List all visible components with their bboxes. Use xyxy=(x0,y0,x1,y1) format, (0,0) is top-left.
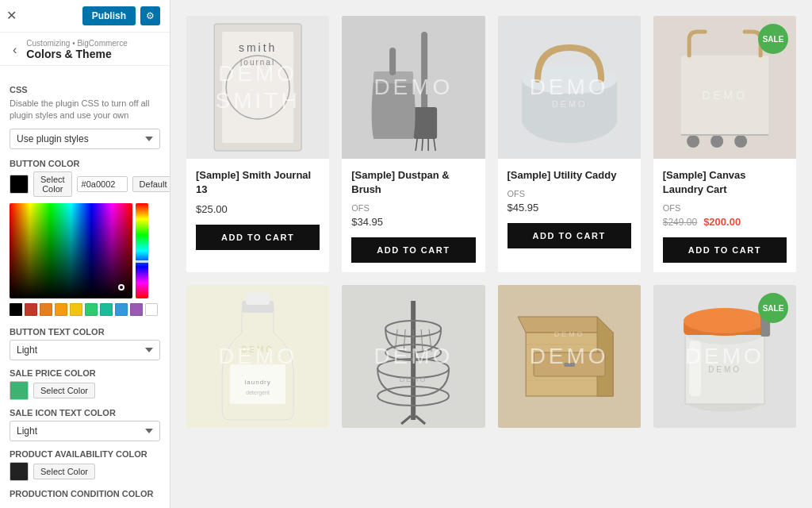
close-button[interactable]: ✕ xyxy=(6,8,17,23)
preset-orange[interactable] xyxy=(40,303,52,316)
product-avail-color-row: Select Color xyxy=(10,462,160,481)
sale-icon-text-color-label: Sale Icon Text Color xyxy=(10,408,160,418)
product-card-jar: SALE DEMO DEMO xyxy=(653,285,796,428)
sidebar-page-title: Colors & Theme xyxy=(26,48,127,60)
svg-line-15 xyxy=(416,139,417,151)
product-card-dustpan: DEMO [Sample] Dustpan & Brush OFS $34.95… xyxy=(342,16,485,272)
color-presets-row xyxy=(10,303,160,316)
product-original-price-laundry: $249.00 xyxy=(663,217,697,228)
product-card-laundry-cart: SALE DEMO [Sample] xyxy=(653,16,796,272)
product-card-smith-journal: smith journal DEMOsmith [Sample] Smith J… xyxy=(186,16,329,272)
publish-button[interactable]: Publish xyxy=(82,6,136,25)
spectrum-indicator xyxy=(118,284,124,291)
add-to-cart-smith-journal[interactable]: ADD TO CART xyxy=(196,225,320,250)
svg-rect-20 xyxy=(389,48,396,75)
preset-white[interactable] xyxy=(145,303,158,316)
button-color-row: Select Color Default xyxy=(10,171,160,197)
add-to-cart-laundry[interactable]: ADD TO CART xyxy=(663,237,787,263)
product-image-caddy: DEMO DEMO xyxy=(498,16,641,159)
product-avail-color-label: Product Availability Color xyxy=(10,449,160,459)
product-image-laundry: SALE DEMO xyxy=(653,16,796,159)
button-color-swatch[interactable] xyxy=(10,175,29,194)
settings-button[interactable]: ⚙ xyxy=(140,6,160,25)
preset-black[interactable] xyxy=(10,303,22,316)
sidebar-nav: Customizing • BigCommerce Colors & Theme xyxy=(26,39,127,60)
button-hex-input[interactable] xyxy=(77,176,128,192)
button-select-color-btn[interactable]: Select Color xyxy=(33,171,72,197)
product-name-laundry: [Sample] Canvas Laundry Cart xyxy=(663,168,787,197)
back-button[interactable]: ‹ xyxy=(10,41,20,59)
preset-teal[interactable] xyxy=(100,303,113,316)
svg-text:smith: smith xyxy=(239,41,277,54)
product-name-caddy: [Sample] Utility Caddy xyxy=(508,168,631,183)
product-image-bottle: laundry detergent DEMO DEMO xyxy=(186,285,329,428)
preset-red[interactable] xyxy=(25,303,37,316)
product-info-smith-journal: [Sample] Smith Journal 13 $25.00 xyxy=(186,159,329,225)
product-name-smith-journal: [Sample] Smith Journal 13 xyxy=(196,168,320,197)
product-image-wood: DEMO DEMO xyxy=(498,285,641,428)
svg-line-48 xyxy=(401,416,411,424)
svg-text:DEMO: DEMO xyxy=(241,345,274,354)
bottle-illustration: laundry detergent DEMO xyxy=(186,285,329,428)
plugin-styles-select[interactable]: Use plugin styles xyxy=(10,129,160,149)
sidebar-top-bar: ✕ Publish ⚙ xyxy=(0,0,170,33)
css-section-desc: Disable the plugin CSS to turn off all p… xyxy=(10,98,160,122)
wood-illustration: DEMO xyxy=(498,285,641,428)
svg-text:laundry: laundry xyxy=(245,379,271,386)
product-ofs-laundry: OFS xyxy=(663,203,787,213)
product-name-dustpan: [Sample] Dustpan & Brush xyxy=(351,168,475,197)
button-default-btn[interactable]: Default xyxy=(132,176,170,192)
preset-yellow[interactable] xyxy=(70,303,82,316)
button-text-color-select[interactable]: Light xyxy=(10,340,160,360)
svg-line-43 xyxy=(421,329,423,352)
sale-price-swatch[interactable] xyxy=(10,381,29,400)
preset-blue[interactable] xyxy=(115,303,128,316)
svg-text:journal: journal xyxy=(239,58,275,67)
svg-point-64 xyxy=(684,308,766,333)
product-card-bottle: laundry detergent DEMO DEMO xyxy=(186,285,329,428)
product-image-dustpan: DEMO xyxy=(342,16,485,159)
product-sale-price-laundry: $200.00 xyxy=(703,216,741,228)
svg-point-27 xyxy=(710,135,723,148)
add-to-cart-dustpan[interactable]: ADD TO CART xyxy=(351,237,475,263)
product-image-smith-journal: smith journal DEMOsmith xyxy=(186,16,329,159)
svg-rect-61 xyxy=(689,341,701,396)
product-info-caddy: [Sample] Utility Caddy OFS $45.95 xyxy=(498,159,641,223)
dustpan-illustration xyxy=(342,16,485,159)
svg-point-28 xyxy=(734,135,747,148)
product-avail-select-btn[interactable]: Select Color xyxy=(33,464,95,479)
preset-yellow-orange[interactable] xyxy=(55,303,67,316)
svg-line-41 xyxy=(404,329,405,352)
color-picker xyxy=(10,203,160,316)
product-avail-swatch[interactable] xyxy=(10,462,29,481)
svg-rect-54 xyxy=(564,363,575,367)
product-card-basket: DEMO DEMO xyxy=(342,285,485,428)
hue-slider[interactable] xyxy=(136,203,148,298)
color-spectrum[interactable] xyxy=(10,203,132,298)
product-price-smith-journal: $25.00 xyxy=(196,203,320,215)
sale-icon-text-color-select[interactable]: Light xyxy=(10,421,160,441)
preset-green[interactable] xyxy=(85,303,98,316)
product-image-basket: DEMO DEMO xyxy=(342,285,485,428)
svg-line-49 xyxy=(416,416,425,424)
button-color-label: Button Color xyxy=(10,159,160,168)
basket-illustration: DEMO xyxy=(342,285,485,428)
add-to-cart-caddy[interactable]: ADD TO CART xyxy=(508,223,631,248)
product-price-caddy: $45.95 xyxy=(508,202,631,214)
spectrum-wrapper xyxy=(10,203,160,298)
caddy-illustration: DEMO xyxy=(498,16,641,159)
sidebar-content: CSS Disable the plugin CSS to turn off a… xyxy=(0,66,170,508)
preset-purple[interactable] xyxy=(130,303,143,316)
breadcrumb: Customizing • BigCommerce xyxy=(26,39,127,48)
sale-price-color-row: Select Color xyxy=(10,381,160,400)
main-content: smith journal DEMOsmith [Sample] Smith J… xyxy=(170,0,812,508)
product-ofs-caddy: OFS xyxy=(508,189,631,198)
css-section-label: CSS xyxy=(10,85,160,94)
product-price-dustpan: $34.95 xyxy=(351,216,475,228)
sale-price-select-btn[interactable]: Select Color xyxy=(33,383,95,398)
svg-rect-32 xyxy=(246,293,270,305)
production-condition-label: Production Condition Color xyxy=(10,489,160,498)
journal-illustration: smith journal xyxy=(186,16,329,159)
svg-text:detergent: detergent xyxy=(246,390,270,396)
product-card-wood: DEMO DEMO xyxy=(498,285,641,428)
